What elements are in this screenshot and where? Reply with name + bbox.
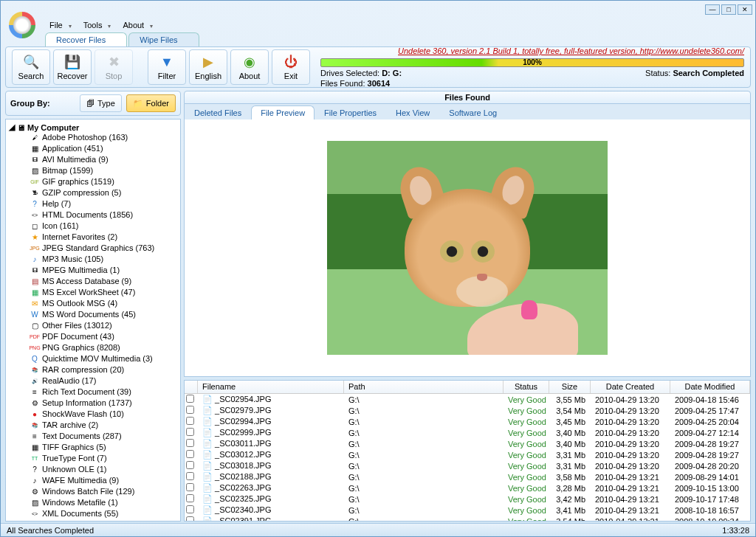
tree-item[interactable]: ≡Text Documents (287) <box>9 431 177 442</box>
row-checkbox[interactable] <box>185 406 198 415</box>
tree-item[interactable]: 🎞MPEG Multimedia (1) <box>9 265 177 276</box>
table-row[interactable]: 📄 _SC03011.JPGG:\Very Good3,40 Mb2010-04… <box>185 438 750 449</box>
filter-button[interactable]: ▼Filter <box>148 49 186 85</box>
close-button[interactable]: ✕ <box>738 4 752 15</box>
group-by-type-button[interactable]: 🗐Type <box>80 94 122 112</box>
tree-item[interactable]: PNGPNG Graphics (8208) <box>9 342 177 353</box>
tab-wipe-files[interactable]: Wipe Files <box>128 32 199 46</box>
col-checkbox[interactable] <box>185 381 198 393</box>
tree-item[interactable]: WMS Word Documents (45) <box>9 309 177 320</box>
table-row[interactable]: 📄 _SC02994.JPGG:\Very Good3,45 Mb2010-04… <box>185 416 750 427</box>
grid-body[interactable]: 📄 _SC02954.JPGG:\Very Good3,55 Mb2010-04… <box>185 394 750 521</box>
row-checkbox[interactable] <box>185 461 198 471</box>
table-row[interactable]: 📄 _SC02325.JPGG:\Very Good3,42 Mb2010-04… <box>185 493 750 505</box>
col-path[interactable]: Path <box>344 381 504 393</box>
tree-item-label: Unknown OLE (1) <box>42 464 106 475</box>
recover-button[interactable]: 💾Recover <box>53 49 92 85</box>
exit-button[interactable]: ⏻Exit <box>272 49 310 85</box>
tree-item-label: MPEG Multimedia (1) <box>42 265 120 276</box>
tree-item[interactable]: <>HTML Documents (1856) <box>9 209 177 221</box>
table-row[interactable]: 📄 _SC02188.JPGG:\Very Good3,58 Mb2010-04… <box>185 471 750 482</box>
col-date-created[interactable]: Date Created <box>591 381 670 393</box>
tree-item[interactable]: GIFGIF graphics (1519) <box>9 176 177 187</box>
row-checkbox[interactable] <box>185 505 198 515</box>
tree-item[interactable]: ★Internet Favorites (2) <box>9 232 177 243</box>
row-checkbox[interactable] <box>185 472 198 482</box>
tab-recover-files[interactable]: Recover Files <box>45 32 127 46</box>
filetype-icon: ▨ <box>30 166 40 176</box>
row-checkbox[interactable] <box>185 483 198 493</box>
col-status[interactable]: Status <box>504 381 549 393</box>
tree-item[interactable]: ?Unknown OLE (1) <box>9 464 177 475</box>
row-checkbox[interactable] <box>185 428 198 437</box>
version-link[interactable]: Undelete 360, version 2.1 Build 1, total… <box>320 46 744 55</box>
tree-item[interactable]: 📚RAR compression (20) <box>9 364 177 375</box>
tree-item[interactable]: PDFPDF Document (43) <box>9 331 177 342</box>
minimize-button[interactable]: — <box>705 4 720 15</box>
tree-item[interactable]: 🖌Adobe Photoshop (163) <box>9 132 177 143</box>
col-filename[interactable]: Filename <box>198 381 344 393</box>
row-checkbox[interactable] <box>185 417 198 426</box>
table-row[interactable]: 📄 _SC02340.JPGG:\Very Good3,41 Mb2010-04… <box>185 505 750 516</box>
tree-item[interactable]: JPGJPEG Standard Graphics (763) <box>9 243 177 254</box>
exit-label: Exit <box>284 72 298 80</box>
menu-file[interactable]: File <box>45 20 76 30</box>
tab-file-preview[interactable]: File Preview <box>251 105 315 119</box>
tree-item[interactable]: 📚TAR archive (2) <box>9 420 177 431</box>
tree-item[interactable]: 🔊RealAudio (17) <box>9 375 177 387</box>
table-row[interactable]: 📄 _SC02263.JPGG:\Very Good3,28 Mb2010-04… <box>185 482 750 493</box>
table-row[interactable]: 📄 _SC03018.JPGG:\Very Good3,31 Mb2010-04… <box>185 460 750 471</box>
filetype-icon: ★ <box>30 232 40 243</box>
table-row[interactable]: 📄 _SC02979.JPGG:\Very Good3,54 Mb2010-04… <box>185 405 750 416</box>
table-row[interactable]: 📄 _SC03012.JPGG:\Very Good3,31 Mb2010-04… <box>185 449 750 460</box>
tree-item[interactable]: ⚙Windows Batch File (129) <box>9 486 177 497</box>
row-checkbox[interactable] <box>185 439 198 448</box>
group-by-folder-button[interactable]: 📁Folder <box>126 94 176 112</box>
language-button[interactable]: ▶English <box>189 49 227 85</box>
tab-file-properties[interactable]: File Properties <box>315 105 386 119</box>
row-checkbox[interactable] <box>185 516 198 521</box>
tree-item[interactable]: ▦MS Excel WorkSheet (47) <box>9 287 177 298</box>
tree-item[interactable]: ✉MS Outlook MSG (4) <box>9 298 177 309</box>
row-checkbox[interactable] <box>185 450 198 460</box>
tree-item[interactable]: ▤MS Access Database (9) <box>9 276 177 287</box>
table-row[interactable]: 📄 _SC02999.JPGG:\Very Good3,40 Mb2010-04… <box>185 427 750 438</box>
tree-item[interactable]: ◻Icon (161) <box>9 221 177 232</box>
tree-item[interactable]: 🎞AVI Multimedia (9) <box>9 154 177 165</box>
tree-item[interactable]: ♪WAFE Multimedia (9) <box>9 475 177 486</box>
tree-item[interactable]: <>XML Documents (55) <box>9 508 177 519</box>
tab-deleted-files[interactable]: Deleted Files <box>185 105 251 119</box>
table-row[interactable]: 📄 _SC02954.JPGG:\Very Good3,55 Mb2010-04… <box>185 394 750 405</box>
tree-item[interactable]: ▢Other Files (13012) <box>9 320 177 331</box>
tree-item[interactable]: ▦Application (451) <box>9 143 177 154</box>
col-date-modified[interactable]: Date Modified <box>670 381 750 393</box>
tree-item[interactable]: ⚙Setup Information (1737) <box>9 398 177 409</box>
tree-item[interactable]: ?Help (7) <box>9 198 177 209</box>
tree-item[interactable]: ●ShockWave Flash (10) <box>9 409 177 420</box>
tree-item[interactable]: ▨Windows Metafile (1) <box>9 497 177 508</box>
file-type-tree[interactable]: ◢🖥My Computer 🖌Adobe Photoshop (163)▦App… <box>5 119 181 522</box>
tree-item[interactable]: 🗜GZIP compression (5) <box>9 187 177 198</box>
tree-item[interactable]: 📚ZIP compression (7) <box>9 519 177 522</box>
col-size[interactable]: Size <box>549 381 591 393</box>
tree-root[interactable]: ◢🖥My Computer <box>9 122 177 132</box>
tree-item[interactable]: ▨Bitmap (1599) <box>9 165 177 176</box>
progress-text: 100% <box>523 58 542 66</box>
cell-status: Very Good <box>504 473 549 482</box>
tree-item[interactable]: ▦TIFF Graphics (5) <box>9 442 177 453</box>
tree-item[interactable]: ♪MP3 Music (105) <box>9 254 177 265</box>
row-checkbox[interactable] <box>185 494 198 504</box>
table-row[interactable]: 📄 _SC02391.JPGG:\Very Good3,54 Mb2010-04… <box>185 516 750 521</box>
menu-about[interactable]: About <box>118 20 157 30</box>
tab-software-log[interactable]: Software Log <box>439 105 506 119</box>
tab-hex-view[interactable]: Hex View <box>386 105 439 119</box>
about-button[interactable]: ◉About <box>230 49 269 85</box>
tree-item[interactable]: ≡Rich Text Document (39) <box>9 387 177 398</box>
main-tab-row: Recover Files Wipe Files <box>1 32 755 46</box>
search-button[interactable]: 🔍Search <box>12 49 50 85</box>
maximize-button[interactable]: □ <box>721 4 736 15</box>
tree-item[interactable]: TTTrueType Font (7) <box>9 453 177 464</box>
tree-item[interactable]: QQuicktime MOV Multimedia (3) <box>9 353 177 364</box>
menu-tools[interactable]: Tools <box>79 20 116 30</box>
row-checkbox[interactable] <box>185 395 198 404</box>
